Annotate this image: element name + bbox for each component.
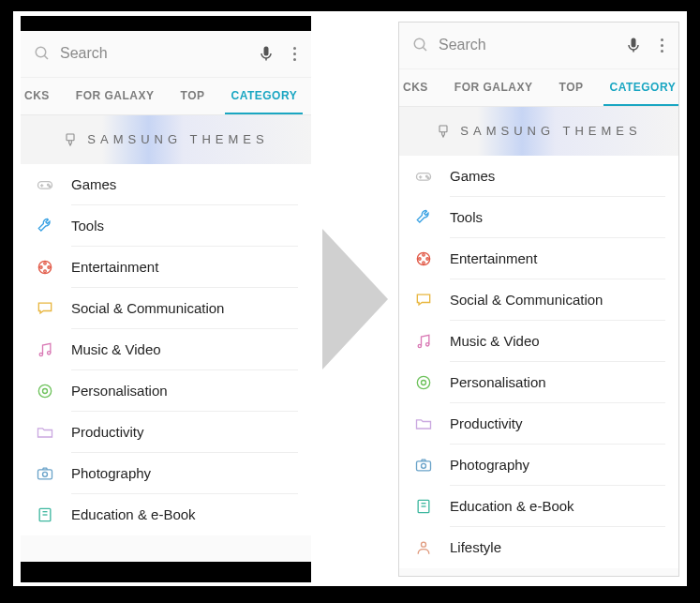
tab-gear[interactable]: GEAR — [310, 78, 311, 114]
category-music[interactable]: Music & Video — [21, 329, 311, 370]
svg-point-39 — [419, 257, 422, 260]
folder-icon — [414, 415, 433, 433]
svg-point-0 — [36, 47, 46, 57]
svg-point-15 — [39, 353, 42, 355]
tab-pks[interactable]: CKS — [24, 78, 63, 114]
search-icon — [412, 37, 429, 53]
category-label: Games — [71, 164, 298, 205]
camera-icon — [414, 456, 433, 475]
chat-icon — [414, 291, 433, 309]
wrench-icon — [414, 208, 433, 227]
music-note-icon — [36, 340, 54, 359]
category-education[interactable]: Education & e-Book — [399, 486, 678, 527]
category-tools[interactable]: Tools — [21, 205, 311, 247]
svg-rect-2 — [264, 47, 269, 56]
book-icon — [36, 505, 54, 524]
themes-banner[interactable]: SAMSUNG THEMES — [21, 115, 311, 164]
phone-before: Search CKS FOR GALAXY TOP CATEGORY GEAR … — [21, 16, 311, 582]
category-photography[interactable]: Photography — [21, 453, 311, 494]
category-productivity[interactable]: Productivity — [21, 412, 311, 453]
category-label: Lifestyle — [450, 527, 665, 568]
svg-point-18 — [43, 388, 48, 393]
wrench-icon — [36, 217, 54, 235]
category-education[interactable]: Education & e-Book — [21, 494, 311, 535]
film-icon — [36, 258, 54, 277]
category-label: Social & Communication — [450, 279, 665, 321]
category-lifestyle[interactable]: Lifestyle — [399, 527, 678, 568]
gamepad-icon — [414, 167, 433, 186]
svg-point-41 — [426, 342, 429, 345]
svg-point-49 — [422, 542, 426, 547]
category-entertainment[interactable]: Entertainment — [399, 238, 678, 279]
folder-icon — [36, 423, 54, 442]
tab-category[interactable]: CATEGORY — [596, 69, 678, 106]
category-tools[interactable]: Tools — [399, 197, 678, 238]
tab-category[interactable]: CATEGORY — [217, 78, 310, 114]
category-list: Games Tools Entertainment Social & Commu… — [399, 156, 678, 568]
comparison-frame: Search CKS FOR GALAXY TOP CATEGORY GEAR … — [13, 11, 687, 586]
chat-icon — [36, 299, 54, 318]
category-social[interactable]: Social & Communication — [21, 288, 311, 329]
svg-point-36 — [423, 253, 425, 256]
category-label: Games — [450, 156, 665, 197]
screen-before: Search CKS FOR GALAXY TOP CATEGORY GEAR … — [21, 31, 311, 562]
palette-icon — [36, 382, 54, 400]
category-label: Entertainment — [71, 247, 298, 288]
svg-rect-4 — [67, 134, 74, 141]
category-label: Productivity — [450, 403, 665, 445]
search-bar[interactable]: Search — [21, 31, 311, 78]
svg-point-42 — [417, 376, 429, 388]
category-label: Education & e-Book — [71, 494, 298, 535]
mic-icon[interactable] — [624, 36, 643, 54]
svg-point-14 — [40, 265, 43, 268]
book-icon — [414, 497, 433, 516]
svg-point-35 — [417, 252, 429, 264]
category-label: Music & Video — [450, 321, 665, 362]
category-personalisation[interactable]: Personalisation — [399, 362, 678, 403]
svg-point-43 — [422, 380, 426, 384]
svg-rect-29 — [439, 126, 447, 132]
tab-for-galaxy[interactable]: FOR GALAXY — [441, 69, 546, 106]
category-personalisation[interactable]: Personalisation — [21, 370, 311, 412]
category-music[interactable]: Music & Video — [399, 321, 678, 362]
search-bar[interactable]: Search — [399, 23, 678, 69]
category-label: Tools — [450, 197, 665, 238]
banner-title: SAMSUNG THEMES — [460, 124, 641, 138]
phone-after: Search CKS FOR GALAXY TOP CATEGORY GEAR … — [398, 22, 679, 577]
category-label: Personalisation — [71, 370, 298, 412]
search-placeholder: Search — [439, 37, 615, 53]
tab-for-galaxy[interactable]: FOR GALAXY — [63, 78, 168, 114]
svg-point-33 — [426, 175, 428, 177]
tab-top[interactable]: TOP — [546, 69, 597, 106]
svg-point-8 — [48, 184, 50, 186]
category-label: Entertainment — [450, 238, 665, 279]
svg-point-37 — [426, 257, 429, 260]
film-icon — [414, 249, 433, 268]
category-label: Education & e-Book — [450, 486, 665, 527]
category-label: Social & Communication — [71, 288, 298, 329]
svg-point-17 — [38, 384, 51, 397]
category-label: Productivity — [71, 412, 298, 453]
music-note-icon — [414, 332, 433, 351]
banner-title: SAMSUNG THEMES — [87, 132, 268, 146]
overflow-menu-icon[interactable] — [285, 43, 304, 65]
overflow-menu-icon[interactable] — [652, 35, 671, 56]
category-games[interactable]: Games — [21, 164, 311, 205]
category-games[interactable]: Games — [399, 156, 678, 197]
category-label: Photography — [450, 445, 665, 486]
tab-pks[interactable]: CKS — [403, 69, 441, 106]
tabs-bar: CKS FOR GALAXY TOP CATEGORY GEAR — [21, 78, 311, 115]
category-label: Music & Video — [71, 329, 298, 370]
themes-banner[interactable]: SAMSUNG THEMES — [399, 107, 678, 156]
category-label: Photography — [71, 453, 298, 494]
category-entertainment[interactable]: Entertainment — [21, 247, 311, 288]
category-photography[interactable]: Photography — [399, 445, 678, 486]
svg-point-9 — [49, 185, 51, 187]
svg-point-25 — [414, 38, 424, 49]
category-productivity[interactable]: Productivity — [399, 403, 678, 445]
category-social[interactable]: Social & Communication — [399, 279, 678, 321]
transition-arrow-icon — [313, 219, 397, 379]
tab-top[interactable]: TOP — [168, 78, 218, 114]
svg-line-26 — [423, 47, 426, 51]
mic-icon[interactable] — [257, 44, 276, 63]
